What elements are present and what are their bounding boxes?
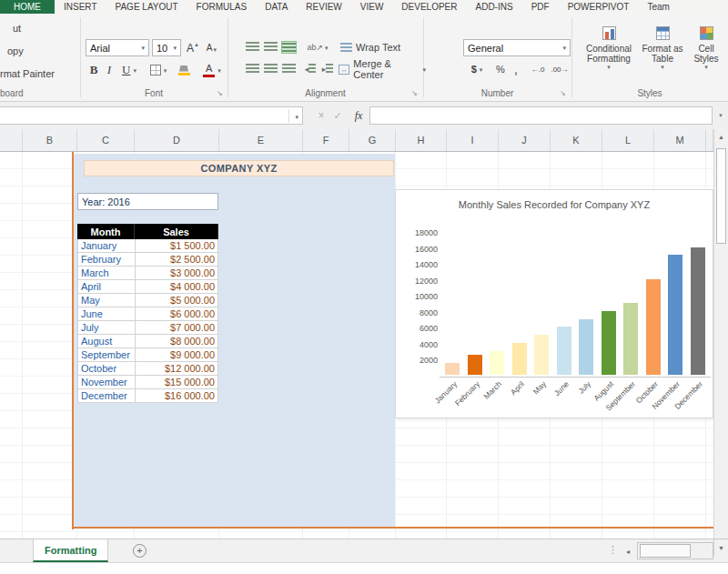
company-header-cell[interactable]: COMPANY XYZ — [84, 160, 394, 176]
underline-button[interactable]: U ▾ — [117, 61, 141, 79]
column-header-B[interactable]: B — [23, 129, 77, 151]
ribbon-tab-home[interactable]: HOME — [0, 0, 55, 14]
expand-formula-bar-icon[interactable]: ▼ — [715, 106, 726, 125]
column-header-G[interactable]: G — [349, 129, 396, 151]
sales-cell[interactable]: $2 500.00 — [136, 253, 218, 266]
ribbon-tab-add-ins[interactable]: ADD-INS — [467, 0, 522, 14]
sales-cell[interactable]: $15 000.00 — [136, 376, 218, 388]
cell-styles-button[interactable]: Cell Styles ▾ — [687, 21, 725, 97]
accounting-format-button[interactable]: $ ▾ — [464, 61, 490, 77]
ribbon-tab-team[interactable]: Team — [638, 0, 678, 14]
month-cell[interactable]: April — [78, 280, 136, 293]
conditional-formatting-button[interactable]: Conditional Formatting ▾ — [581, 21, 637, 97]
scroll-down-icon[interactable]: ▼ — [713, 539, 728, 556]
ribbon-tab-powerpivot[interactable]: POWERPIVOT — [559, 0, 639, 14]
ribbon-tab-developer[interactable]: DEVELOPER — [392, 0, 466, 14]
bar-january[interactable] — [445, 363, 460, 375]
cancel-icon[interactable]: × — [313, 106, 329, 125]
borders-button[interactable]: ▾ — [146, 61, 171, 79]
bar-september[interactable] — [623, 303, 638, 375]
merge-center-button[interactable]: ↔ Merge & Center ▾ — [339, 61, 426, 77]
italic-button[interactable]: I — [103, 61, 116, 79]
column-header-L[interactable]: L — [602, 129, 654, 151]
column-header-J[interactable]: J — [499, 129, 551, 151]
increase-indent-button[interactable]: ▸ — [319, 61, 336, 77]
sheet-tab-formatting[interactable]: Formatting — [33, 539, 108, 562]
number-dialog-launcher-icon[interactable]: ↘ — [560, 90, 566, 97]
orientation-button[interactable]: ab↗ ▾ — [304, 39, 331, 55]
enter-icon[interactable]: ✓ — [329, 106, 346, 125]
bar-july[interactable] — [579, 319, 593, 375]
bar-december[interactable] — [691, 247, 705, 375]
ribbon-tab-insert[interactable]: INSERT — [55, 0, 106, 14]
month-cell[interactable]: February — [78, 253, 136, 266]
column-header-H[interactable]: H — [396, 129, 447, 151]
cut-button[interactable]: ut — [13, 23, 21, 34]
new-sheet-button[interactable]: + — [133, 544, 147, 558]
tab-split-handle-icon[interactable]: ⋮ — [608, 544, 618, 556]
month-cell[interactable]: June — [78, 307, 136, 320]
sales-cell[interactable]: $6 000.00 — [136, 307, 218, 320]
bold-button[interactable]: B — [86, 61, 101, 79]
sales-cell[interactable]: $5 000.00 — [136, 294, 218, 307]
font-name-combo[interactable]: Arial ▾ — [86, 39, 149, 56]
copy-button[interactable]: opy — [7, 45, 24, 56]
bar-may[interactable] — [534, 335, 549, 375]
decrease-decimal-button[interactable]: .00→ — [550, 61, 570, 77]
increase-decimal-button[interactable]: ←.0 — [528, 61, 548, 77]
bar-april[interactable] — [512, 343, 527, 375]
month-cell[interactable]: January — [78, 239, 136, 252]
scroll-up-icon[interactable]: ▲ — [714, 129, 728, 145]
format-as-table-button[interactable]: Format as Table ▾ — [640, 21, 685, 97]
align-middle-button[interactable] — [262, 39, 278, 55]
align-left-button[interactable] — [244, 61, 260, 77]
ribbon-tab-pdf[interactable]: PDF — [522, 0, 559, 14]
sales-header-cell[interactable]: Sales — [135, 224, 218, 239]
vertical-scrollbar[interactable]: ▲ — [713, 129, 728, 539]
sales-cell[interactable]: $12 000.00 — [136, 362, 218, 375]
percent-style-button[interactable]: % — [493, 61, 508, 77]
sales-cell[interactable]: $8 000.00 — [136, 335, 218, 347]
column-header-F[interactable]: F — [303, 129, 349, 151]
column-header-D[interactable]: D — [135, 129, 219, 151]
sales-chart[interactable]: Monthly Sales Recorded for Company XYZ 2… — [395, 189, 713, 418]
month-cell[interactable]: August — [78, 335, 136, 347]
scroll-left-icon[interactable]: ◂ — [621, 543, 635, 559]
font-size-combo[interactable]: 10 ▾ — [152, 39, 181, 56]
insert-function-icon[interactable]: fx — [349, 106, 368, 125]
format-painter-button[interactable]: rmat Painter — [0, 68, 55, 79]
increase-font-button[interactable]: A ▲ — [184, 39, 202, 56]
month-cell[interactable]: November — [78, 376, 136, 388]
sales-cell[interactable]: $16 000.00 — [136, 389, 218, 402]
year-cell[interactable]: Year: 2016 — [77, 193, 218, 210]
month-cell[interactable]: December — [78, 389, 136, 402]
align-top-button[interactable] — [244, 39, 260, 55]
month-cell[interactable]: July — [78, 321, 136, 334]
month-cell[interactable]: March — [78, 267, 136, 279]
bar-february[interactable] — [468, 355, 482, 375]
bar-june[interactable] — [557, 327, 571, 375]
horizontal-scrollbar[interactable] — [637, 542, 713, 559]
number-format-combo[interactable]: General ▾ — [463, 39, 571, 56]
sales-cell[interactable]: $4 000.00 — [136, 280, 218, 293]
align-center-button[interactable] — [262, 61, 278, 77]
month-header-cell[interactable]: Month — [77, 224, 135, 239]
column-header-C[interactable]: C — [77, 129, 135, 151]
vertical-scrollbar-thumb[interactable] — [716, 148, 726, 244]
font-dialog-launcher-icon[interactable]: ↘ — [217, 90, 223, 97]
column-header-M[interactable]: M — [654, 129, 706, 151]
column-header-E[interactable]: E — [219, 129, 303, 151]
decrease-indent-button[interactable]: ◂ — [302, 61, 318, 77]
ribbon-tab-review[interactable]: REVIEW — [297, 0, 350, 14]
ribbon-tab-view[interactable]: VIEW — [351, 0, 393, 14]
alignment-dialog-launcher-icon[interactable]: ↘ — [411, 90, 418, 97]
column-header-I[interactable]: I — [447, 129, 499, 151]
wrap-text-button[interactable]: Wrap Text — [340, 39, 419, 55]
align-right-button[interactable] — [280, 61, 297, 77]
sales-cell[interactable]: $9 000.00 — [136, 348, 218, 361]
fill-color-button[interactable] — [174, 61, 194, 79]
month-cell[interactable]: September — [78, 348, 136, 361]
bar-october[interactable] — [646, 279, 661, 375]
horizontal-scrollbar-thumb[interactable] — [640, 544, 691, 558]
align-bottom-button[interactable] — [280, 39, 297, 55]
